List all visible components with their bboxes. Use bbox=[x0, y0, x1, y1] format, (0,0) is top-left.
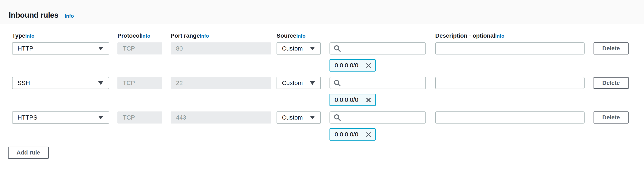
port-range-field: 80 bbox=[170, 42, 271, 55]
chevron-down-icon bbox=[98, 116, 103, 119]
column-header-row: Type Info Protocol Info Port range Info … bbox=[12, 32, 636, 39]
type-select[interactable]: HTTP bbox=[12, 42, 109, 55]
description-input[interactable] bbox=[435, 111, 584, 123]
description-cell bbox=[435, 111, 584, 123]
description-info-link[interactable]: Info bbox=[495, 32, 504, 39]
inbound-rules-info-link[interactable]: Info bbox=[65, 13, 74, 19]
source-chip-line: 0.0.0.0/0 bbox=[330, 94, 636, 106]
column-header-port-range: Port range Info bbox=[170, 32, 271, 39]
inbound-rule-row-http: HTTP TCP 80 Custom bbox=[12, 42, 636, 72]
search-icon bbox=[334, 114, 341, 121]
description-cell bbox=[435, 42, 584, 55]
type-select-value: HTTPS bbox=[18, 114, 37, 121]
panel-header: Inbound rules Info bbox=[0, 0, 644, 24]
source-type-select-value: Custom bbox=[282, 114, 303, 121]
column-header-type: Type Info bbox=[12, 32, 109, 39]
type-select-value: HTTP bbox=[18, 45, 33, 52]
chevron-down-icon bbox=[98, 47, 103, 50]
panel-content: Type Info Protocol Info Port range Info … bbox=[0, 32, 644, 159]
dismiss-icon[interactable] bbox=[366, 131, 372, 138]
page-title: Inbound rules bbox=[9, 11, 58, 19]
chevron-down-icon bbox=[310, 47, 315, 50]
source-search-box[interactable] bbox=[330, 77, 426, 89]
search-icon bbox=[334, 80, 341, 87]
source-info-link[interactable]: Info bbox=[296, 32, 306, 39]
protocol-info-link[interactable]: Info bbox=[141, 32, 150, 39]
source-search-input[interactable] bbox=[343, 78, 426, 88]
source-search-box[interactable] bbox=[330, 42, 426, 55]
dismiss-icon[interactable] bbox=[366, 62, 372, 69]
port-range-field: 443 bbox=[170, 111, 271, 123]
delete-rule-button[interactable]: Delete bbox=[594, 77, 628, 89]
source-chip-value: 0.0.0.0/0 bbox=[335, 62, 358, 69]
port-range-field: 22 bbox=[170, 77, 271, 89]
source-chip: 0.0.0.0/0 bbox=[330, 128, 376, 141]
type-select[interactable]: HTTPS bbox=[12, 111, 109, 123]
type-info-link[interactable]: Info bbox=[25, 32, 34, 39]
chevron-down-icon bbox=[310, 116, 315, 119]
column-header-description: Description - optional Info bbox=[435, 32, 584, 39]
source-chip-value: 0.0.0.0/0 bbox=[335, 96, 358, 103]
source-chip-line: 0.0.0.0/0 bbox=[330, 128, 636, 141]
type-select-value: SSH bbox=[18, 80, 30, 87]
source-chip: 0.0.0.0/0 bbox=[330, 59, 376, 72]
column-header-protocol: Protocol Info bbox=[118, 32, 162, 39]
delete-rule-button[interactable]: Delete bbox=[594, 111, 628, 123]
source-search-box[interactable] bbox=[330, 111, 426, 123]
protocol-field: TCP bbox=[118, 77, 162, 89]
source-chip-value: 0.0.0.0/0 bbox=[335, 131, 358, 138]
add-rule-row: Add rule bbox=[8, 147, 636, 159]
source-chip-line: 0.0.0.0/0 bbox=[330, 59, 636, 72]
description-input[interactable] bbox=[435, 77, 584, 89]
source-search-input[interactable] bbox=[343, 43, 426, 54]
source-type-select[interactable]: Custom bbox=[276, 77, 321, 89]
protocol-field: TCP bbox=[118, 111, 162, 123]
source-type-select-value: Custom bbox=[282, 45, 303, 52]
column-header-source: Source Info bbox=[276, 32, 321, 39]
source-chip: 0.0.0.0/0 bbox=[330, 94, 376, 106]
rules-table: Type Info Protocol Info Port range Info … bbox=[12, 32, 636, 141]
chevron-down-icon bbox=[310, 81, 315, 85]
search-icon bbox=[334, 45, 341, 52]
source-type-select[interactable]: Custom bbox=[276, 42, 321, 55]
dismiss-icon[interactable] bbox=[366, 97, 372, 103]
description-input[interactable] bbox=[435, 42, 584, 55]
source-search-input[interactable] bbox=[343, 112, 426, 123]
type-select[interactable]: SSH bbox=[12, 77, 109, 89]
port-range-info-link[interactable]: Info bbox=[200, 32, 209, 39]
chevron-down-icon bbox=[98, 81, 103, 85]
inbound-rules-panel: Inbound rules Info Type Info Protocol In… bbox=[0, 0, 644, 178]
inbound-rule-row-ssh: SSH TCP 22 Custom bbox=[12, 77, 636, 106]
description-cell bbox=[435, 77, 584, 89]
source-type-select[interactable]: Custom bbox=[276, 111, 321, 123]
delete-rule-button[interactable]: Delete bbox=[594, 42, 628, 55]
source-type-select-value: Custom bbox=[282, 80, 303, 87]
add-rule-button[interactable]: Add rule bbox=[8, 147, 49, 159]
protocol-field: TCP bbox=[118, 42, 162, 55]
inbound-rule-row-https: HTTPS TCP 443 Custom bbox=[12, 111, 636, 141]
